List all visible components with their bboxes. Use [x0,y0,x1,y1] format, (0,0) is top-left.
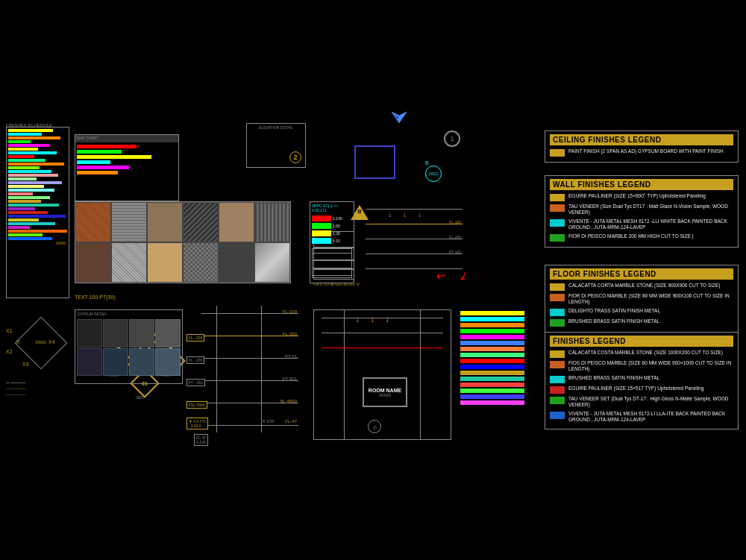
fin-item-1: CALACATTA COSTA MARBLE STONE (SIZE 1000X… [550,350,733,358]
bar-chart-panel: BAR CHART A [75,134,179,201]
wall-legend-title: WALL FINISHES LEGEND [550,179,733,190]
room-elevation-panel: ↓ ↓ ↓ ROOM NAME 000000 ◎ [313,309,451,440]
floor-item-3: DELIGHTO TRASS SATIN FINISH METAL [550,308,733,316]
wall-item-4: FIOR DI PEISCO MARBLE 200 MM HIGH CUT TO… [550,233,733,242]
fl-label-2: FL-200 [449,235,461,239]
gs-2 [103,319,128,347]
level-indicator-panel: FL-100 FL-200 PT-01 PT-001 SL-4500 FL-47… [201,306,298,432]
gs-8 [155,348,181,377]
level-line-1: FL-100 [283,309,297,314]
fin-text-5: TAU VENEER SET (Dual Tys DT-17 : High Gl… [568,396,733,409]
down-arrow-3: ↓ [418,210,421,218]
fl-label-1: FL-100 [449,220,461,224]
sample-hatch [111,242,147,283]
grid-label-dwg: DWG [36,340,47,345]
fl-tag-pt: PT - 001 [186,379,205,386]
scale-bar-cyan [312,238,331,244]
sample-tile1 [147,202,183,242]
sample-beige [147,242,183,283]
wall-item-1: EGUIRE PAULINER (SIZE 15×600° TYP) Uphol… [550,193,733,201]
wall-swatch-1 [550,194,565,201]
sample-dark [75,242,111,283]
scale-val-1: 1:100 [333,215,352,221]
gypsum-title: GYPSUM DETAIL [75,310,182,318]
samples-grid-panel [75,201,291,283]
scale-val-3: 1:20 [333,230,352,236]
gs-1 [77,319,102,347]
level-line-3: PT-01 [285,354,297,359]
level-line-2: FL-200 [283,332,297,336]
floor-text-3: DELIGHTO TRASS SATIN FINISH METAL [568,308,660,314]
fin-item-6: VIVENTE - JUTA METAL MESH 6172-LI LLA-IT… [550,411,733,424]
elevation-box-1: ELEVATION DETAIL 2 [246,123,306,168]
schedule-title: FINISHES SCHEDULE [6,123,52,128]
fin-text-4: EGUIRE PAULINER (SIZE 15×517 TYP) Uphols… [568,386,703,391]
gs-6 [103,348,128,377]
scale-panel: 3RPC-A71.1 << 4.00.171 1:100 1:50 1:20 1… [310,201,354,283]
panel-arrow-1: ↓ [355,314,360,324]
floor-text-1: CALACATTA CORTA MARBLE STONE (SIZE 900X9… [568,283,721,289]
sample-marble [219,202,254,242]
gs-7 [129,348,154,377]
drawing-bubble-2: 2 [289,151,301,163]
floor-legend-panel: FLOOR FINISHES LEGEND CALACATTA CORTA MA… [545,265,739,333]
schedule-bars: 1000 [7,128,69,298]
schedule-value: 1000 [8,241,67,245]
circle-indicator-1: 1 [444,130,460,147]
sample-concrete [219,242,254,283]
fin-text-3: BRUSHED BRASS SATIN FINISH METAL [568,375,659,381]
fin-item-3: BRUSHED BRASS SATIN FINISH METAL [550,375,733,383]
grid-x: X [16,339,20,345]
fin-text-6: VIVENTE - JUTA METAL MESH 6172-LI LLA-IT… [568,411,733,424]
scale-header: 3RPC-A71.1 << 4.00.171 [310,202,354,214]
wall-text-2: TAU VENEER (Size Dual Tys DT17 : Matt Gl… [568,204,733,216]
grid-x1: X1 [6,328,13,333]
fl-tag-final: ▼ 4.0 TTL 3.50.0 [186,418,208,430]
scale-bar-yellow [312,230,331,236]
floor-swatch-3 [550,309,565,316]
room-name-box: ROOM NAME 000000 [363,377,407,407]
fin-swatch-6 [550,412,565,419]
fl-label-3: PT-100 [449,250,461,254]
plan-indicator [354,145,395,179]
scale-bar-green [312,223,331,229]
gypsum-grid [75,318,182,377]
fl-tag-sl: FSL 4500 [186,401,207,409]
wall-text-1: EGUIRE PAULINER (SIZE 15×600° TYP) Uphol… [568,193,706,199]
fin-item-4: EGUIRE PAULINER (SIZE 15×517 TYP) Uphols… [550,386,733,394]
fin-swatch-3 [550,376,565,383]
floor-text-4: BRUSHED BRASS SATIN FINISH METAL [568,318,659,324]
scale-val-2: 1:50 [333,223,352,229]
floor-item-2: FIOR DI PEISCO MARBLE (SIZE 80 MM WIDE 9… [550,293,733,306]
panel-arrow-3: ↓ [385,314,389,324]
gs-5 [77,348,102,377]
room-name-text: ROOM NAME [369,388,401,393]
text-label: TEXT 100 PT(30) [75,295,116,300]
gs-3 [129,319,154,347]
gypsum-detail: GYPSUM DETAIL [75,309,183,384]
bar-chart-title: BAR CHART [75,135,178,142]
color-swatch-bars [459,309,526,436]
elevation-B-label: B [425,160,442,166]
wall-legend-panel: WALL FINISHES LEGEND EGUIRE PAULINER (SI… [545,175,739,248]
compass-circle: ◎ [368,420,381,433]
floor-item-4: BRUSHED BRASS SATIN FINISH METAL [550,318,733,327]
finishes-legend-title: FINISHES LEGEND [550,336,733,347]
grid-x2: X2 [6,349,13,354]
floor-swatch-2 [550,294,565,301]
elevation-label-1: ELEVATION DETAIL [248,125,304,130]
fin-swatch-5 [550,397,565,404]
elevation-B-circle: 2021 [425,166,442,182]
text-ind-3: — ———— [6,392,25,397]
floor-legend-title: FLOOR FINISHES LEGEND [550,268,733,280]
ceiling-legend-panel: CEILING FINISHES LEGEND PAINT FINISH (2 … [545,130,739,163]
floor-swatch-4 [550,319,565,327]
room-number: 000000 [379,393,392,397]
fin-item-2: FIOS DI PEISCO MARBLE (SIZE 80 MM WIDE 9… [550,360,733,373]
fin-swatch-1 [550,350,565,358]
bar-chart-content: A [77,144,177,199]
grid-x3: X3 [22,362,29,367]
wall-item-3: VIVENTE - JUTA METAL MESH 6172 -LLI WHIT… [550,218,733,231]
wall-text-4: FIOR DI PEISCO MARBLE 200 MM HIGH CUT TO… [568,233,693,239]
level-lines-panel: ↓ ↓ ↓ FL-100 FL-200 PT-100 [366,201,463,283]
